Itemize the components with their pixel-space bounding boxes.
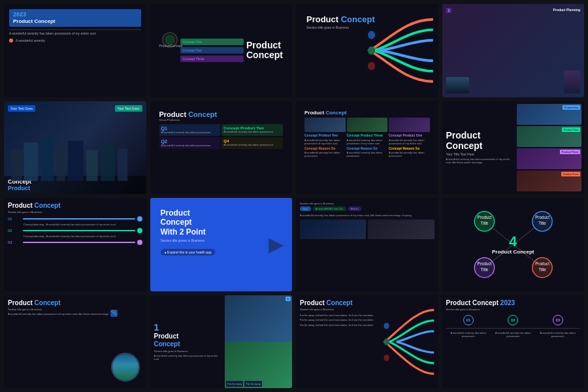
svg-rect-7 (68, 140, 84, 181)
slide-16[interactable]: Product Concept 2023 Section title goes … (442, 295, 585, 389)
slide8-tag3: Product Three (560, 150, 580, 154)
slide15-text2: Far far away, behind the word mountains,… (300, 318, 374, 322)
slide7-text2: A wonderful serenity has taken possessio… (347, 139, 388, 145)
slide1-year: 2023 (13, 12, 137, 18)
slide10-badge: ● Expand this to your health app (161, 249, 216, 255)
slide15-text3: Far far away, behind the word mountains,… (300, 323, 374, 327)
slide7-img3 (389, 118, 430, 132)
slide7-img2 (347, 118, 388, 132)
slide8-img1: ProductOne (517, 104, 581, 125)
slide2-concept3: Concept Three (180, 56, 244, 62)
slide11-pre: Section title goes in Business (300, 202, 434, 205)
slide7-card1: Concept Product Two (304, 133, 346, 137)
slide5-city (4, 135, 146, 181)
slide-11[interactable]: Section title goes in Business Tag1 Arro… (296, 198, 438, 291)
svg-text:Product: Product (477, 261, 491, 266)
slide16-tl1: 01 (463, 315, 474, 325)
slide11-img1 (300, 220, 366, 239)
svg-point-29 (384, 354, 389, 361)
slide5-tag2: Your Text Goes (115, 105, 142, 112)
slide9-line1 (23, 218, 135, 220)
slide-4[interactable]: 1 Product Planning (442, 4, 585, 97)
slide13-title: Product Concept (8, 299, 142, 306)
slide11-text: A wonderful serenity has taken possessio… (300, 214, 434, 217)
slide9-line2 (23, 230, 135, 231)
svg-point-27 (384, 322, 389, 329)
slide14-num: 1 (154, 322, 221, 333)
slide16-tl2-text: A wonderful serenity has taken possessio… (491, 331, 536, 338)
slide-3[interactable]: Product Concept Section title goes in Bu… (296, 4, 438, 97)
slide6-ct2-text: A wonderful serenity has taken possessio… (223, 130, 281, 133)
slide13-icon: 📎 (110, 310, 118, 317)
slide8-tag1: ProductOne (563, 105, 580, 110)
slide14-body: A wonderful serenity has taken possessio… (154, 354, 221, 361)
svg-rect-8 (86, 150, 97, 182)
slide8-tag2: Product Two (562, 127, 580, 132)
slide7-reason3: Concept Reason So (389, 146, 430, 150)
slide14-txt2: Far far away (244, 381, 261, 387)
svg-point-28 (384, 338, 389, 345)
slide-6[interactable]: Product Concept Group Production Q1 A wo… (150, 101, 293, 195)
slide13-sub: Section title goes in Business (8, 308, 142, 311)
slide-1[interactable]: 2023 Product Concept A wonderful serenit… (4, 4, 146, 97)
slide8-img3: Product Three (517, 148, 581, 169)
slide6-sub: Group Production (159, 118, 284, 122)
slide15-curves (380, 299, 434, 385)
slide16-title: Product Concept 2023 (446, 299, 581, 306)
slide-grid: 2023 Product Concept A wonderful serenit… (0, 0, 588, 392)
slide10-sub: Section title grows in Business (161, 238, 282, 242)
slide2-label: ProductConcept (159, 44, 183, 48)
slide7-reason3-text: A wonderful serenity has taken possessio… (389, 151, 430, 157)
slide-8[interactable]: ProductConcept Your Title Text Here A wo… (442, 101, 585, 195)
slide7-img1 (304, 118, 346, 132)
slide7-text3: A wonderful serenity has taken possessio… (389, 139, 430, 145)
svg-text:Title: Title (538, 221, 546, 225)
slide14-sub: Section title goes in Business (154, 350, 221, 353)
slide8-tag4: Product Four (561, 172, 580, 176)
slide9-title: Product Concept (8, 202, 142, 209)
slide-7[interactable]: Product Concept Concept Product Two A wo… (296, 101, 438, 195)
slide16-tl3-text: A wonderful serenity has taken possessio… (536, 331, 581, 338)
slide6-q2-text: A wonderful serenity has taken possessio… (161, 144, 219, 147)
slide-15[interactable]: Product Concept Section title goes in Bu… (296, 295, 438, 389)
slide-5[interactable]: Your Text Goes Your Text Goes ConceptPro… (4, 101, 146, 195)
slide14-txt1: Far far away (226, 381, 243, 387)
slide6-q2: Q2 (161, 139, 219, 144)
slide-10[interactable]: ProductConceptWith 2 Point Section title… (150, 198, 293, 291)
slide-14[interactable]: 1 ProductConcept Section title goes in B… (150, 295, 293, 389)
slide13-text: A wonderful serenity has taken possessio… (8, 312, 142, 316)
slide9-dot3 (137, 240, 142, 245)
slide14-img-area: 1 Far far away Far far away (225, 295, 292, 389)
slide4-badge: 1 (446, 8, 452, 13)
svg-point-0 (368, 31, 375, 39)
slide11-tag3: Motion (348, 206, 361, 211)
slide6-q1: Q1 (161, 126, 219, 131)
svg-rect-6 (56, 146, 65, 181)
slide6-q1-text: A wonderful serenity has taken possessio… (161, 131, 219, 134)
slide16-sub: Section title goes in Business (446, 308, 581, 311)
slide9-num1: 01 (8, 217, 21, 221)
slide10-arrow: ▶ (269, 234, 283, 255)
slide-9[interactable]: Product Concept Section title goes in Bu… (4, 198, 146, 291)
svg-text:Product: Product (535, 261, 549, 266)
slide15-text1: Far far away, behind the word mountains,… (300, 314, 374, 318)
slide6-q4-text: A wonderful serenity has taken possessio… (223, 143, 281, 146)
slide2-concept1: Concept One (180, 39, 244, 45)
slide9-sub: Section title goes in Business (8, 210, 142, 214)
slide16-tl1-text: A wonderful serenity has taken possessio… (446, 331, 491, 338)
slide9-text2: Concept planning - A wonderful serenity … (24, 235, 142, 238)
slide12-num: 4 (509, 235, 517, 249)
slide8-sub: Your Title Text Here (446, 152, 511, 156)
slide7-reason1: Concept Reason So (304, 146, 346, 150)
slide7-card2: Concept Product Three (347, 133, 388, 137)
svg-rect-3 (11, 150, 22, 182)
slide8-body: A wonderful serenity has taken possessio… (446, 157, 511, 164)
slide-12[interactable]: 4 Product Concept Product Title Product (442, 198, 585, 291)
slide7-reason2-text: A wonderful serenity has taken possessio… (347, 151, 388, 157)
slide13-circle-img (111, 353, 140, 382)
slide-13[interactable]: Product Concept Section title goes in Bu… (4, 295, 146, 389)
slide-2[interactable]: ProductConcept Concept One Concept Two C… (150, 4, 293, 97)
slide7-reason2: Concept Reason So (347, 146, 388, 150)
slide12-title: Product Concept (492, 249, 534, 255)
svg-text:Title: Title (538, 267, 546, 272)
